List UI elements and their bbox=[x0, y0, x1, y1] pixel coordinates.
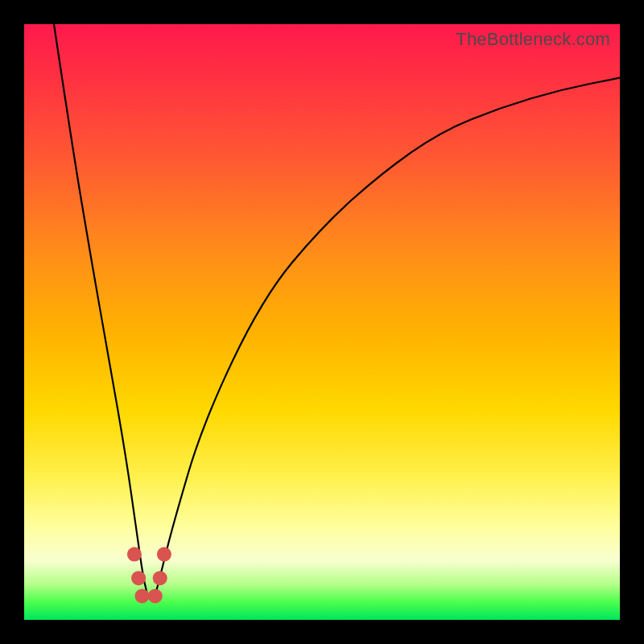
chart-stage: TheBottleneck.com bbox=[0, 0, 644, 644]
watermark-text: TheBottleneck.com bbox=[456, 29, 610, 50]
trough-marker bbox=[148, 588, 163, 603]
trough-marker bbox=[131, 571, 146, 585]
curve-svg bbox=[24, 24, 620, 620]
trough-markers bbox=[127, 547, 171, 604]
trough-marker bbox=[127, 547, 142, 562]
trough-marker bbox=[157, 547, 171, 562]
trough-marker bbox=[135, 588, 150, 603]
bottleneck-curve bbox=[54, 24, 620, 600]
trough-marker bbox=[153, 571, 167, 585]
gradient-panel: TheBottleneck.com bbox=[24, 24, 620, 620]
